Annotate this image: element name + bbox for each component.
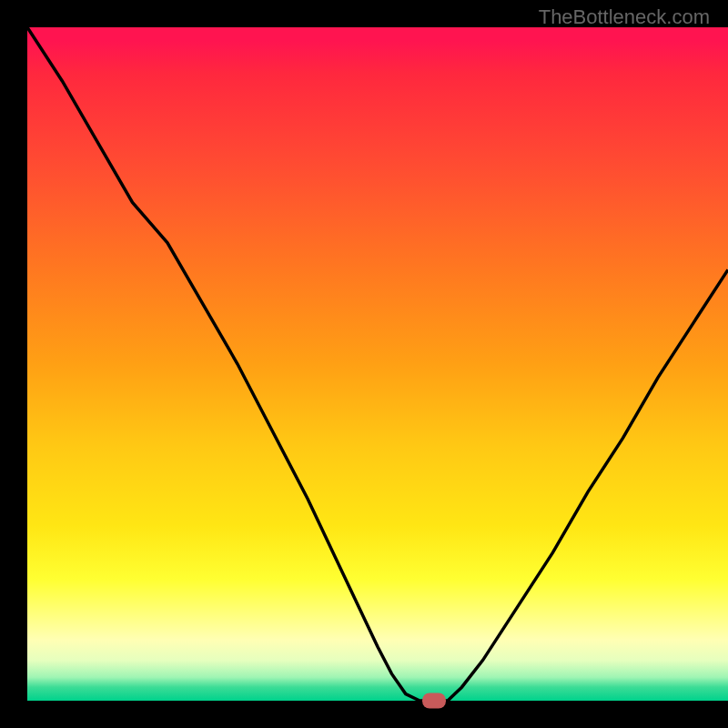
bottleneck-line <box>27 27 728 701</box>
chart-container <box>27 27 728 701</box>
minimum-marker <box>422 693 446 709</box>
curve-plot <box>27 27 728 701</box>
watermark-text: TheBottleneck.com <box>539 5 710 29</box>
